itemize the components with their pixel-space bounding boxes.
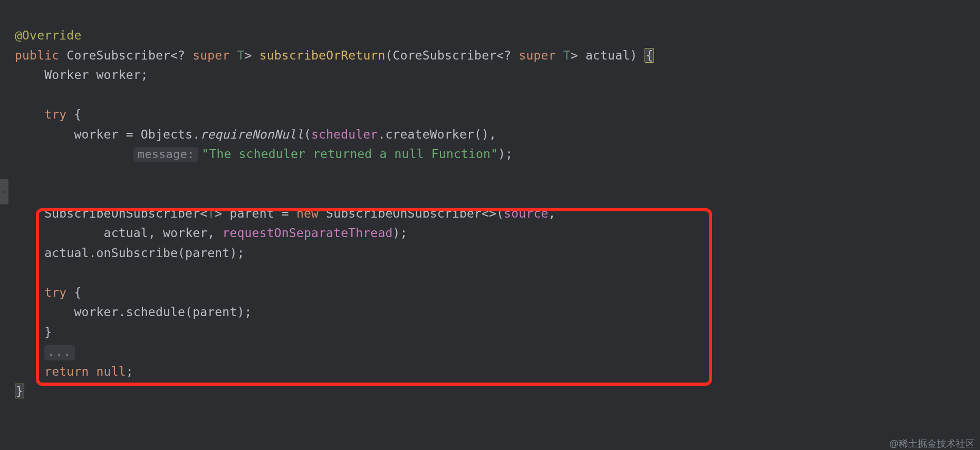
type-subscribeonsubscriber: SubscribeOnSubscriber [44,207,200,220]
worker-assign-prefix: worker = Objects. [74,128,200,141]
gutter-marker[interactable]: • [0,179,8,204]
brace-close-highlight: } [15,384,24,398]
comma: , [549,207,556,220]
parent-equals: parent = [222,207,296,220]
annotation-override: @Override [15,28,81,42]
generic-t: T [237,48,245,62]
onsubscribe-call: actual.onSubscribe(parent); [44,246,244,260]
brace-close-try-2: } [44,325,52,339]
generic-t-2: T [563,48,571,62]
brace-open-highlight: { [645,48,654,63]
brace-try-1: { [74,107,81,121]
worker-declaration: Worker worker; [44,68,148,82]
generic-t-3: T [207,207,215,220]
method-name: subscribeOrReturn [260,48,386,62]
angle-open: < [170,48,178,62]
paren-open: ( [386,48,393,62]
code-editor[interactable]: @Override public CoreSubscriber<? super … [0,0,980,402]
angle-close-2: > [571,48,578,62]
brace-try-2: { [74,286,81,299]
field-scheduler: scheduler [311,128,378,141]
angle-close: > [245,48,252,62]
createworker-call: .createWorker(), [378,128,496,141]
keyword-public: public [15,48,59,62]
watermark-text: @稀土掘金技术社区 [889,437,975,450]
type-coresubscriber-2: CoreSubscriber [393,48,497,62]
method-requirenonnull: requireNonNull [200,128,304,141]
type-coresubscriber: CoreSubscriber [66,48,170,62]
wildcard: ? [178,48,185,62]
keyword-null: null [97,365,126,378]
wildcard-2: ? [504,48,511,62]
param-actual: actual [585,48,630,62]
paren-close: ) [630,48,637,62]
comma-2: , [148,226,163,240]
angle-open-2: < [496,48,504,62]
keyword-try-2: try [44,286,66,299]
keyword-return: return [44,365,89,378]
keyword-super-2: super [518,48,555,62]
keyword-new: new [296,207,319,220]
angle-close-3: > [215,207,222,220]
schedule-call: worker.schedule(parent); [74,305,252,319]
field-requestonseparatethread: requestOnSeparateThread [222,226,392,240]
keyword-try-1: try [44,107,66,121]
arg-actual: actual [104,226,148,240]
paren-open-2: ( [304,128,311,141]
keyword-super: super [193,48,229,62]
angle-open-3: < [200,207,207,220]
comma-3: , [207,226,222,240]
close-paren-semi-2: ); [392,226,407,240]
arg-worker: worker [163,226,207,240]
inline-hint-message: message: [133,147,199,162]
fold-indicator[interactable]: ... [44,345,75,360]
field-source: source [504,207,548,220]
semicolon-return: ; [126,365,133,378]
constructor-call: SubscribeOnSubscriber<>( [319,207,504,220]
string-message: "The scheduler returned a null Function" [201,147,498,161]
close-paren-semi-1: ); [498,147,513,161]
